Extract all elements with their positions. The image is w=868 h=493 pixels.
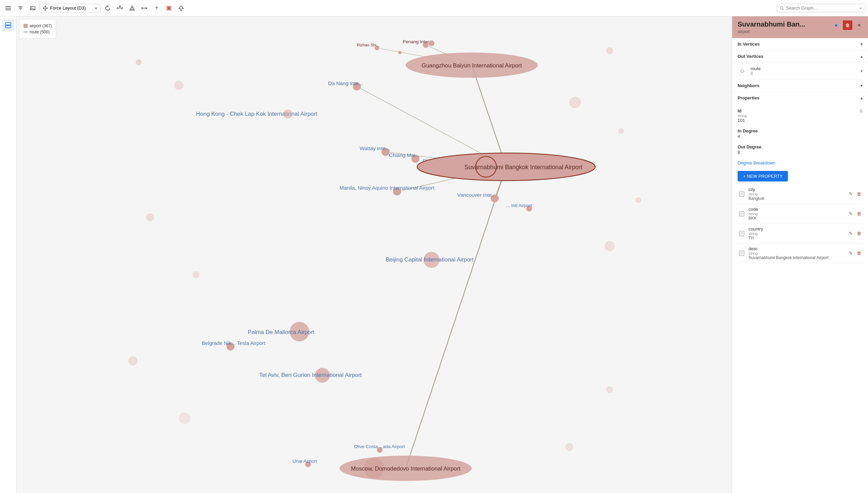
prop-delete-btn-2[interactable]: 🗑 [855, 230, 863, 237]
properties-label: Properties [738, 95, 759, 100]
toolbar: Force Layout (D3) + [0, 0, 868, 16]
graph-svg[interactable]: Guangzhou Baiyun International Airport P… [16, 16, 732, 493]
edge-button[interactable] [139, 3, 150, 14]
prop-delete-btn-3[interactable]: 🗑 [855, 250, 863, 256]
properties-content: Id string 101 ⎘ In Degree 4 Out Degree 8… [732, 104, 868, 267]
in-vertices-section-header[interactable]: In Vertices ▾ [732, 38, 868, 50]
prop-item-name-3: desc [748, 246, 845, 251]
prop-item-name-0: city [748, 187, 845, 192]
add-button[interactable]: + [151, 3, 162, 14]
image-button[interactable] [27, 3, 38, 14]
prop-item-val-1: BKK [748, 216, 845, 221]
svg-point-43 [179, 413, 190, 424]
properties-section-header[interactable]: Properties ▴ [732, 92, 868, 104]
prop-out-degree-row: Out Degree 8 [738, 144, 863, 155]
svg-rect-2 [5, 10, 11, 10]
svg-text:Beijing Capital International : Beijing Capital International Airport [385, 256, 474, 263]
prop-edit-btn-2[interactable]: ✎ [848, 230, 854, 237]
panel-header: Suvarnabhumi Ban... airport ★ 🗑 ✕ [732, 16, 868, 38]
svg-line-29 [783, 9, 784, 10]
copy-id-button[interactable]: ⎘ [860, 108, 863, 114]
prop-item-type-0: string [748, 192, 845, 196]
svg-point-15 [122, 7, 123, 9]
search-input[interactable] [786, 5, 857, 11]
svg-point-37 [146, 213, 154, 222]
svg-text:Wattay Inte...: Wattay Inte... [360, 145, 390, 151]
svg-text:Guangzhou Baiyun International: Guangzhou Baiyun International Airport [422, 62, 522, 69]
panel-delete-button[interactable]: 🗑 [843, 20, 852, 30]
svg-text:Tel Aviv, Ben Gurion Internati: Tel Aviv, Ben Gurion International Airpo… [259, 372, 362, 378]
svg-text:Belgrade Nik... Tesla Airport: Belgrade Nik... Tesla Airport [202, 340, 266, 346]
new-property-button[interactable]: + NEW PROPERTY [738, 171, 788, 181]
svg-point-60 [429, 41, 435, 46]
svg-text:Chiang Mai...: Chiang Mai... [389, 152, 419, 158]
legend-airport: airport (367) [23, 23, 52, 28]
legend-route-label: route (500) [30, 30, 50, 34]
svg-point-36 [618, 128, 624, 134]
svg-point-40 [635, 197, 641, 203]
prop-delete-btn-1[interactable]: 🗑 [855, 210, 863, 217]
out-vertices-content: route 8 ▾ [732, 63, 868, 80]
delete-button[interactable] [163, 3, 174, 14]
legend-airport-label: airport (367) [30, 23, 52, 28]
prop-id-type: string [738, 114, 747, 118]
svg-point-11 [45, 9, 46, 11]
prop-item-actions-0: ✎ 🗑 [848, 191, 863, 197]
route-item-0: route 8 ▾ [738, 63, 863, 80]
path-button[interactable] [114, 3, 125, 14]
prop-edit-btn-0[interactable]: ✎ [848, 191, 854, 197]
graph-area[interactable]: Guangzhou Baiyun International Airport P… [16, 16, 732, 493]
prop-item-icon-2 [738, 229, 746, 238]
out-vertices-label: Out Vertices [738, 54, 763, 59]
neighbors-section-header[interactable]: Neighbors ▾ [732, 80, 868, 92]
properties-chevron: ▴ [861, 96, 863, 100]
legend: airport (367) route (500) [19, 19, 56, 39]
route-info-0: route 8 [751, 66, 761, 76]
right-panel: Suvarnabhumi Ban... airport ★ 🗑 ✕ In Ver… [732, 16, 868, 493]
prop-item-info-1: code string BKK [748, 207, 845, 221]
refresh-button[interactable] [102, 3, 113, 14]
prop-edit-btn-1[interactable]: ✎ [848, 210, 854, 217]
prop-edit-btn-3[interactable]: ✎ [848, 250, 854, 256]
prop-item-icon-0 [738, 190, 746, 198]
route-item-chevron: ▾ [861, 69, 863, 74]
svg-point-32 [136, 60, 142, 65]
filter-button[interactable] [15, 3, 26, 14]
svg-point-41 [128, 356, 138, 366]
layers-button[interactable] [2, 19, 14, 31]
layout-selector[interactable]: Force Layout (D3) [40, 4, 101, 13]
prop-id-value: 101 [738, 118, 747, 123]
property-item-2: country string TH ✎ 🗑 [738, 224, 863, 243]
svg-text:Moscow, Domodedovo Internation: Moscow, Domodedovo International Airport [351, 465, 461, 472]
neighbors-label: Neighbors [738, 83, 759, 88]
search-dropdown-icon[interactable] [859, 6, 862, 10]
svg-point-63 [283, 109, 293, 118]
layout-label: Force Layout (D3) [50, 5, 86, 11]
panel-header-actions: ★ 🗑 ✕ [831, 20, 864, 30]
prop-delete-btn-0[interactable]: 🗑 [855, 191, 863, 197]
prop-in-degree-label: In Degree [738, 128, 863, 133]
export-button[interactable] [176, 3, 187, 14]
cluster-button[interactable] [127, 3, 138, 14]
left-sidebar [0, 16, 16, 493]
svg-text:... Intl Airport: ... Intl Airport [506, 203, 532, 208]
prop-id-row: Id string 101 ⎘ [738, 108, 863, 123]
panel-star-button[interactable]: ★ [831, 20, 841, 30]
property-item-1: code string BKK ✎ 🗑 [738, 204, 863, 224]
degree-breakdown-link[interactable]: Degree Breakdown [738, 160, 775, 165]
new-property-label: + NEW PROPERTY [743, 174, 783, 179]
prop-item-type-3: string [748, 251, 845, 255]
legend-route: route (500) [23, 30, 52, 34]
prop-out-degree-label: Out Degree [738, 144, 863, 149]
out-vertices-section-header[interactable]: Out Vertices ▴ [732, 50, 868, 63]
prop-item-actions-1: ✎ 🗑 [848, 210, 863, 217]
out-vertices-chevron: ▴ [861, 54, 863, 59]
svg-point-9 [45, 6, 46, 7]
svg-rect-30 [5, 22, 11, 25]
panel-close-button[interactable]: ✕ [854, 20, 864, 30]
svg-text:Manila, Ninoy Aquino Internati: Manila, Ninoy Aquino International Airpo… [340, 185, 435, 191]
legend-route-line [23, 32, 28, 32]
svg-line-45 [472, 65, 506, 167]
menu-button[interactable] [3, 3, 14, 14]
svg-marker-27 [179, 6, 184, 11]
